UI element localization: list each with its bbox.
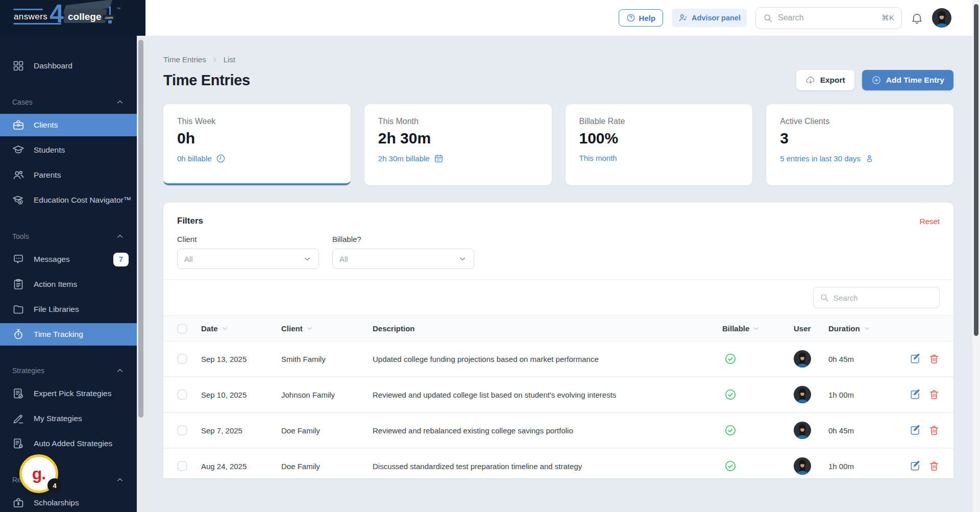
stat-value: 0h [177,130,337,147]
stat-sublink[interactable]: 0h billable [177,154,226,163]
sidebar-scrollbar-thumb[interactable] [138,40,143,418]
sidebar-scrollbar[interactable] [137,36,145,512]
cell-duration: 0h 45m [828,355,900,363]
logo-college: college [68,11,101,22]
cell-client: Smith Family [281,355,373,363]
stat-value: 2h 30m [378,130,538,147]
column-header-description: Description [373,324,722,333]
chat-widget-button[interactable]: g. 4 [19,454,58,493]
sidebar-section-label: Strategies [12,367,44,375]
notification-bell-icon[interactable] [911,12,923,25]
cell-description: Reviewed and rebalanced existing college… [373,426,722,435]
sidebar-item-expert-pick-strategies[interactable]: Expert Pick Strategies [0,382,137,405]
page-scrollbar[interactable] [972,0,980,512]
advisor-icon [678,13,688,23]
delete-entry-icon[interactable] [928,389,940,400]
cell-duration: 1h 00m [828,391,900,399]
global-search-input[interactable] [778,13,876,22]
filter-field-client: ClientAll [177,235,319,269]
sidebar-item-messages[interactable]: Messages7 [0,248,137,271]
sidebar-item-clients[interactable]: Clients [0,114,137,136]
column-header-client[interactable]: Client [281,324,373,333]
row-checkbox[interactable] [177,389,187,400]
filter-label: Billable? [332,235,474,243]
stat-sub-label: 0h billable [177,154,212,163]
chevron-up-icon[interactable] [115,232,125,241]
delete-entry-icon[interactable] [928,425,940,436]
sidebar-item-dashboard[interactable]: Dashboard [0,55,137,77]
stat-sublink[interactable]: 2h 30m billable [378,154,444,163]
export-button[interactable]: Export [796,70,854,90]
breadcrumb-time-entries[interactable]: Time Entries [163,55,206,64]
chevron-down-icon [458,254,467,263]
logo-four: 4 [50,1,64,27]
help-button[interactable]: Help [619,9,664,27]
row-checkbox[interactable] [177,425,187,435]
sidebar-item-label: File Libraries [34,305,79,314]
logo[interactable]: answers 4 college .com ™ [0,0,145,36]
unread-count-badge: 7 [113,253,129,266]
edit-entry-icon[interactable] [910,425,921,436]
sidebar-section-strategies: Strategies [12,366,125,375]
filter-select-client[interactable]: All [177,249,319,269]
user-avatar[interactable] [932,8,951,28]
advisor-panel-button[interactable]: Advisor panel [672,9,747,27]
table-row: Sep 13, 2025Smith FamilyUpdated college … [163,342,953,377]
sidebar-section-label: Cases [12,98,33,106]
sidebar-item-file-libraries[interactable]: File Libraries [0,298,137,321]
sidebar-item-action-items[interactable]: Action Items [0,273,137,296]
select-all-checkbox[interactable] [177,324,187,334]
sidebar-item-label: Expert Pick Strategies [34,389,111,398]
sidebar-item-education-cost-navigator[interactable]: Education Cost Navigator™ [0,189,137,211]
sidebar-item-scholarships[interactable]: Scholarships [0,492,137,512]
edit-entry-icon[interactable] [910,389,921,400]
table-row: Sep 10, 2025Johnson FamilyReviewed and u… [163,377,953,413]
select-value: All [184,255,193,263]
sidebar-item-label: Action Items [34,280,77,289]
column-header-user: User [794,324,828,333]
chat-bubble-icon [12,253,24,265]
filter-select-billable[interactable]: All [332,249,474,269]
edit-entry-icon[interactable] [910,353,921,364]
sidebar-section-tools: Tools [12,232,125,241]
chevron-up-icon[interactable] [115,366,125,375]
chevron-right-icon [211,56,218,63]
table-search[interactable] [813,287,940,308]
row-checkbox[interactable] [177,461,187,471]
stat-sub-label: 5 entries in last 30 days [780,154,861,163]
sidebar-item-parents[interactable]: Parents [0,164,137,186]
column-header-duration[interactable]: Duration [828,324,900,333]
main-content: Time Entries List Time Entries Export Ad… [145,36,980,512]
delete-entry-icon[interactable] [928,460,940,472]
sidebar-item-time-tracking[interactable]: Time Tracking [0,323,137,346]
chevron-up-icon[interactable] [115,97,125,107]
column-header-date[interactable]: Date [201,324,281,333]
sidebar-item-students[interactable]: Students [0,139,137,161]
global-search[interactable]: ⌘K [755,7,902,29]
stat-card-active-clients: Active Clients35 entries in last 30 days [766,104,953,185]
reset-filters-link[interactable]: Reset [920,217,940,226]
add-time-entry-button[interactable]: Add Time Entry [862,70,953,90]
stat-sublink[interactable]: 5 entries in last 30 days [780,154,874,163]
stat-sublink[interactable]: This month [579,154,617,162]
sidebar-item-my-strategies[interactable]: My Strategies [0,407,137,430]
table-search-input[interactable] [834,294,933,302]
row-checkbox[interactable] [177,354,187,364]
sidebar-item-label: Parents [34,170,61,180]
user-avatar [794,422,811,439]
billable-check-icon [724,353,737,365]
edit-entry-icon[interactable] [910,460,921,472]
chevron-up-icon[interactable] [115,475,125,484]
search-shortcut: ⌘K [881,13,894,22]
stat-label: This Week [177,117,337,126]
sidebar-nav: DashboardCasesClientsStudentsParentsEduc… [0,36,137,512]
delete-entry-icon[interactable] [928,353,940,364]
page-scrollbar-thumb[interactable] [974,4,978,336]
sort-chevron-down-icon [863,325,871,332]
sidebar-item-auto-added-strategies[interactable]: Auto Added Strategies [0,432,137,455]
column-header-billable[interactable]: Billable [722,324,794,333]
filter-fields: ClientAllBillable?All [163,226,953,269]
document-gear-icon [12,437,24,450]
advisor-panel-label: Advisor panel [692,14,741,22]
row-actions [900,460,940,472]
